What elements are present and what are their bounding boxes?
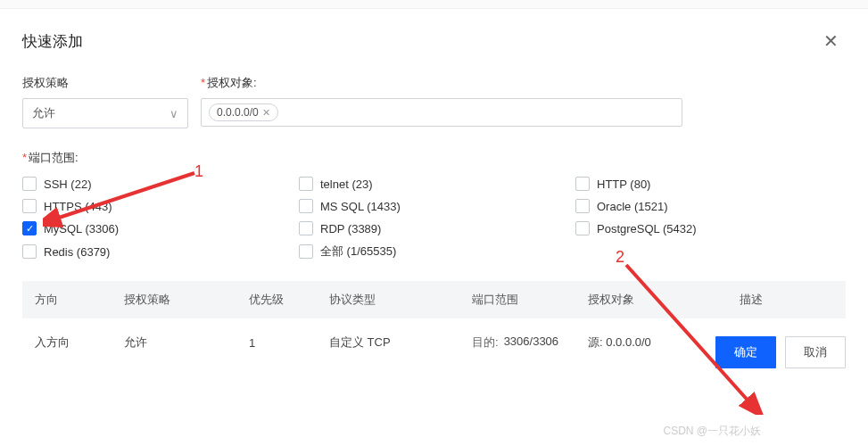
chevron-down-icon: ∨ — [169, 107, 178, 120]
checkbox-label: 全部 (1/65535) — [320, 244, 396, 260]
target-label: *授权对象: — [201, 75, 682, 91]
th-priority: 优先级 — [249, 292, 329, 308]
port-checkbox[interactable]: HTTP (80) — [575, 177, 852, 191]
checkbox-icon — [22, 177, 37, 191]
checkbox-icon — [299, 221, 313, 235]
policy-select[interactable]: 允许 ∨ — [22, 98, 188, 128]
checkbox-icon: ✓ — [22, 221, 37, 235]
checkbox-label: MS SQL (1433) — [320, 200, 401, 213]
confirm-button[interactable]: 确定 — [715, 336, 776, 368]
td-protocol: 自定义 TCP — [329, 334, 472, 351]
checkbox-label: PostgreSQL (5432) — [597, 222, 697, 235]
checkbox-label: MySQL (3306) — [44, 222, 119, 235]
checkbox-icon — [575, 177, 590, 191]
port-checkbox[interactable]: 全部 (1/65535) — [299, 244, 575, 260]
checkbox-label: SSH (22) — [44, 178, 91, 191]
port-checkbox[interactable]: RDP (3389) — [299, 221, 575, 235]
ip-tag[interactable]: 0.0.0.0/0 ✕ — [209, 103, 278, 121]
quick-add-modal: 快速添加 ✕ 授权策略 允许 ∨ *授权对象: 0.0.0.0/0 ✕ *端口范… — [0, 9, 868, 384]
table-header: 方向 授权策略 优先级 协议类型 端口范围 授权对象 描述 — [22, 281, 846, 318]
th-direction: 方向 — [35, 292, 124, 308]
cancel-button[interactable]: 取消 — [785, 336, 846, 368]
port-checkbox[interactable]: telnet (23) — [299, 177, 575, 191]
port-checkbox-grid: SSH (22)telnet (23)HTTP (80)HTTPS (443)M… — [22, 177, 846, 260]
target-input[interactable]: 0.0.0.0/0 ✕ — [201, 98, 682, 127]
checkbox-icon — [575, 199, 590, 213]
port-checkbox[interactable]: PostgreSQL (5432) — [575, 221, 852, 235]
port-checkbox[interactable]: ✓MySQL (3306) — [22, 221, 299, 235]
modal-title: 快速添加 — [22, 31, 83, 52]
checkbox-label: Oracle (1521) — [597, 200, 667, 213]
port-checkbox[interactable]: Oracle (1521) — [575, 199, 852, 213]
close-button[interactable]: ✕ — [816, 27, 846, 55]
th-policy: 授权策略 — [124, 292, 249, 308]
td-priority: 1 — [249, 336, 329, 350]
td-direction: 入方向 — [35, 334, 124, 351]
checkmark-icon: ✓ — [26, 223, 34, 235]
checkbox-icon — [22, 199, 37, 213]
watermark: CSDN @一只花小妖 — [663, 424, 761, 439]
th-port-range: 端口范围 — [472, 292, 588, 308]
th-target: 授权对象 — [588, 292, 740, 308]
checkbox-icon — [575, 221, 590, 235]
checkbox-icon — [299, 199, 313, 213]
port-range-label: *端口范围: — [22, 150, 846, 166]
checkbox-icon — [299, 177, 313, 191]
port-checkbox[interactable]: HTTPS (443) — [22, 199, 299, 213]
remove-tag-icon[interactable]: ✕ — [262, 107, 270, 119]
port-checkbox[interactable]: SSH (22) — [22, 177, 299, 191]
checkbox-label: HTTP (80) — [597, 178, 650, 191]
port-checkbox[interactable]: MS SQL (1433) — [299, 199, 575, 213]
checkbox-icon — [299, 244, 313, 259]
td-port: 目的: 3306/3306 — [472, 334, 588, 351]
checkbox-label: HTTPS (443) — [44, 200, 112, 213]
th-protocol: 协议类型 — [329, 292, 472, 308]
checkbox-icon — [22, 244, 37, 259]
checkbox-label: Redis (6379) — [44, 245, 110, 259]
checkbox-label: RDP (3389) — [320, 222, 381, 235]
policy-label: 授权策略 — [22, 75, 188, 91]
policy-value: 允许 — [32, 105, 55, 121]
port-checkbox[interactable]: Redis (6379) — [22, 244, 299, 260]
th-desc: 描述 — [740, 292, 829, 308]
td-policy: 允许 — [124, 334, 249, 351]
checkbox-label: telnet (23) — [320, 178, 373, 191]
